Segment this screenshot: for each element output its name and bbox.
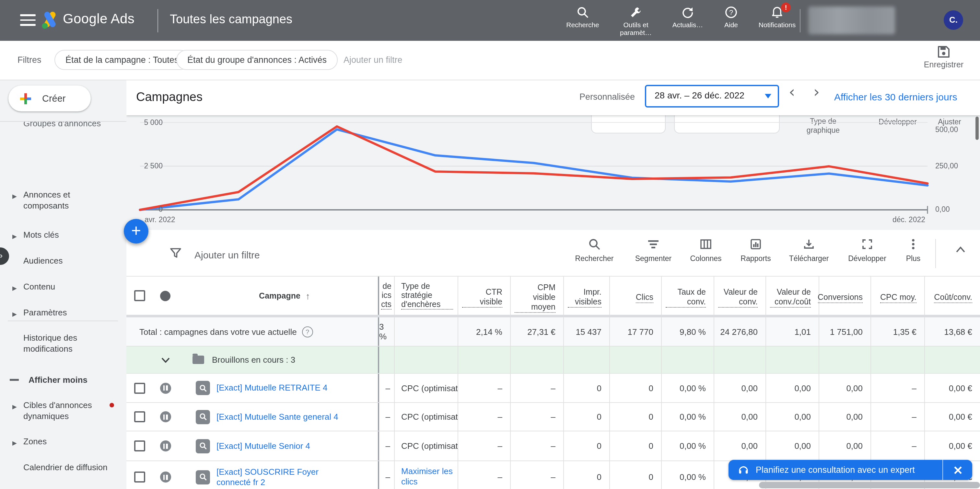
header-clics[interactable]: Clics [609,276,661,315]
save-button[interactable]: Enregistrer [915,45,972,69]
paused-status-icon [160,472,171,483]
sidebar-item-afficher-moins[interactable]: Afficher moins [0,375,126,385]
cell-cpm: – [510,431,563,460]
chevron-right-icon: ▶ [12,191,17,202]
sidebar-item-param-tres[interactable]: ▶Paramètres [0,307,126,318]
campaign-name-link[interactable]: [Exact] Mutuelle Sante general 4 [216,411,338,422]
expert-consultation-banner[interactable]: Planifiez une consultation avec un exper… [729,460,972,480]
checkbox[interactable] [134,383,145,394]
google-ads-logo-text: Google Ads [63,11,135,27]
total-label: Total : campagnes dans votre vue actuell… [126,318,378,346]
toolbar-tool-segment[interactable]: Segmenter [624,238,682,262]
save-label: Enregistrer [915,60,972,69]
checkbox[interactable] [134,411,145,422]
header-select-all[interactable] [126,276,152,315]
toolbar-tool-label: Plus [884,254,942,262]
sidebar-item-label: Historique des modifications [23,332,117,354]
toolbar-tool-columns[interactable]: Colonnes [677,238,735,262]
header-campaign[interactable]: Campagne ↑ [178,276,378,315]
collapse-group-icon[interactable] [152,346,178,373]
cell-strategy[interactable]: Maximiser les clics [394,461,458,489]
row-status-cell[interactable] [152,431,178,460]
toolbar-tool-download[interactable]: Télécharger [780,238,838,262]
campaign-name-link[interactable]: [Exact] Mutuelle Senior 4 [216,441,310,451]
header-cpc[interactable]: CPC moy. [870,276,924,315]
header-valcout[interactable]: Valeur de conv./coût [765,276,819,315]
checkbox[interactable] [134,440,145,451]
row-checkbox-cell[interactable] [126,374,152,402]
add-filter-link[interactable]: Ajouter un filtre [344,55,402,65]
row-status-cell[interactable] [152,461,178,489]
header-impr[interactable]: Impr. visibles [563,276,609,315]
sidebar-item-zones[interactable]: ▶Zones [0,436,126,447]
header-cout[interactable]: Coût/conv. [924,276,980,315]
toolbar-tool-label: Télécharger [780,254,838,262]
toolbar-tool-more[interactable]: Plus [884,238,942,262]
toolbar-tool-search[interactable]: Rechercher [565,238,624,262]
banner-close-icon[interactable] [943,465,972,475]
fab-add-button[interactable]: + [124,219,148,243]
account-info-redacted[interactable] [808,6,895,34]
sidebar-item-contenu[interactable]: ▶Contenu [0,281,126,292]
sidebar-item-label: Audiences [23,255,117,266]
topbar-tool-notifications[interactable]: Notifications! [750,6,804,29]
red-dot-badge [110,403,114,407]
toolbar-tool-reports[interactable]: Rapports [727,238,785,262]
date-prev-button[interactable]: ‹ [789,83,795,101]
campaign-name-link[interactable]: [Exact] SOUSCRIRE Foyer connecté fr 2 [216,467,346,487]
date-range-picker[interactable]: 28 avr. – 26 déc. 2022 [645,85,779,108]
topbar-tool-tools-settings[interactable]: Outils etparamèt… [609,6,663,36]
show-last-30-days-link[interactable]: Afficher les 30 derniers jours [834,91,957,102]
date-next-button[interactable]: › [813,83,819,101]
sidebar-item-audiences[interactable]: Audiences [0,255,126,266]
sidebar-item-cibles-d-annonces-dynamiques[interactable]: ▶Cibles d'annonces dynamiques [0,400,126,422]
row-checkbox-cell[interactable] [126,431,152,460]
total-clics: 17 770 [609,318,661,346]
filter-pill-campaign-state[interactable]: État de la campagne : Toutes [54,50,189,70]
filter-funnel-icon[interactable] [169,247,182,260]
header-taux[interactable]: Taux de conv. [661,276,714,315]
cell-taux: 0,00 % [661,431,714,460]
table-row: [Exact] Mutuelle Sante general 4–CPC (op… [126,403,980,431]
row-status-cell[interactable] [152,403,178,431]
sidebar-item-calendrier-de-diffusion[interactable]: Calendrier de diffusion [0,462,126,473]
cell-strategy: CPC (optimisatio [394,374,458,402]
sidebar-item-groupes-d-annonces[interactable]: Groupes d'annonces [0,122,126,129]
collapse-chart-icon[interactable] [955,246,966,253]
header-strategy[interactable]: Type de stratégie d'enchères [394,276,458,315]
sidebar-item-mots-cl-s[interactable]: ▶Mots clés [0,229,126,240]
filter-pill-adgroup-state[interactable]: État du groupe d'annonces : Activés [176,50,338,70]
header-cpm[interactable]: CPM visible moyen [510,276,563,315]
paused-status-icon [160,411,171,422]
header-conv[interactable]: Conversions [819,276,870,315]
cell-val: 0,00 [714,403,765,431]
help-icon[interactable]: ? [302,326,313,337]
header-val[interactable]: Valeur de conv. [714,276,765,315]
checkbox[interactable] [134,472,145,483]
checkbox[interactable] [134,290,145,301]
row-status-cell[interactable] [152,374,178,402]
group-empty-cell [819,346,870,373]
row-campaign-cell: [Exact] Mutuelle Senior 4 [178,431,378,460]
create-button[interactable]: Créer [8,86,91,111]
sidebar-item-label: Cibles d'annonces dynamiques [23,400,117,422]
campaign-name-link[interactable]: [Exact] Mutuelle RETRAITE 4 [216,383,327,393]
sidebar-item-ajust-des-ench-res-avanc-s[interactable]: Ajust. des enchères avancés [0,487,126,489]
search-campaign-icon [196,439,210,453]
group-empty-cell [563,346,609,373]
left-axis-tick-0: 0 [129,205,163,213]
total-label-text: Total : campagnes dans votre vue actuell… [139,327,297,337]
avatar[interactable]: C. [944,10,963,30]
sidebar-item-annonces-et-composants[interactable]: ▶Annonces et composants [0,189,126,211]
topbar-tool-search[interactable]: Recherche [555,6,610,29]
paused-status-icon [160,440,171,451]
horizontal-scrollbar[interactable] [759,482,980,488]
header-ctr[interactable]: CTR visible [458,276,510,315]
row-checkbox-cell[interactable] [126,461,152,489]
expand-icon [861,238,874,251]
toolbar-add-filter[interactable]: Ajouter un filtre [194,249,260,260]
menu-icon[interactable] [20,14,36,26]
row-checkbox-cell[interactable] [126,403,152,431]
vertical-scrollbar[interactable] [975,117,979,140]
sidebar-item-historique-des-modifications[interactable]: Historique des modifications [0,332,126,354]
